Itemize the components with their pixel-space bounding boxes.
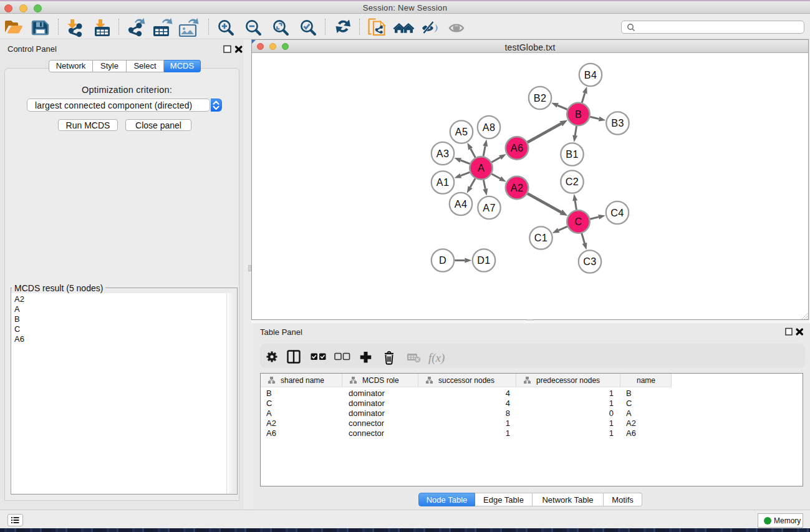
svg-text:B4: B4 xyxy=(584,69,597,80)
svg-text:C1: C1 xyxy=(534,232,547,243)
svg-text:A2: A2 xyxy=(511,182,523,193)
svg-text:C2: C2 xyxy=(566,176,579,187)
svg-text:A1: A1 xyxy=(436,177,449,188)
svg-text:B: B xyxy=(575,109,582,120)
svg-text:A6: A6 xyxy=(511,142,523,153)
svg-text:C4: C4 xyxy=(610,207,624,218)
svg-text:A3: A3 xyxy=(436,148,449,159)
svg-text:f(x): f(x) xyxy=(428,351,445,365)
svg-text:A8: A8 xyxy=(483,122,495,133)
svg-text:B3: B3 xyxy=(611,117,624,128)
svg-text:D1: D1 xyxy=(477,254,490,266)
svg-text:B1: B1 xyxy=(566,148,578,160)
svg-text:B2: B2 xyxy=(534,92,546,104)
svg-text:C3: C3 xyxy=(583,256,596,267)
svg-text:C: C xyxy=(575,216,582,227)
svg-text:A5: A5 xyxy=(455,126,468,137)
svg-text:D: D xyxy=(439,254,446,266)
svg-text:A4: A4 xyxy=(455,198,467,210)
svg-text:A: A xyxy=(478,162,485,173)
svg-text:A7: A7 xyxy=(483,202,495,213)
